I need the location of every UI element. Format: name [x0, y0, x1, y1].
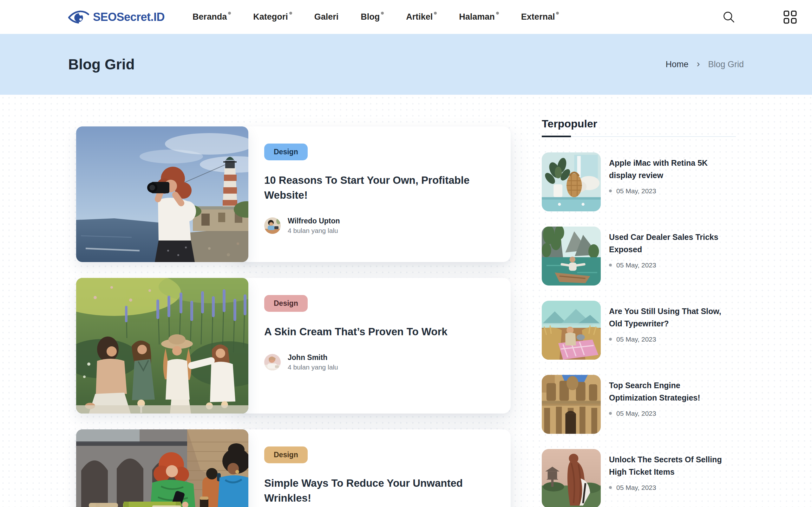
- bullet-dot-icon: [609, 264, 612, 267]
- nav-item-halaman[interactable]: Halaman: [459, 12, 499, 22]
- nav-item-external[interactable]: External: [521, 12, 559, 22]
- popular-thumb-boat-lagoon[interactable]: [542, 227, 601, 285]
- submenu-dot-icon: [434, 12, 437, 14]
- sidebar-popular: Terpopuler: [542, 118, 736, 507]
- post-list: Design 10 Reasons To Start Your Own, Pro…: [76, 126, 511, 507]
- popular-post-meta: 05 May, 2023: [609, 336, 728, 343]
- search-icon[interactable]: [722, 11, 735, 23]
- popular-post-title[interactable]: Top Search Engine Optimization Strategie…: [609, 379, 728, 404]
- popular-post-date: 05 May, 2023: [616, 410, 656, 417]
- post-image-street-cafe[interactable]: [76, 429, 248, 507]
- post-time: 4 bulan yang lalu: [288, 227, 340, 234]
- popular-post-date: 05 May, 2023: [616, 484, 656, 492]
- post-title[interactable]: A Skin Cream That’s Proven To Work: [264, 325, 482, 339]
- site-logo-text: SEOSecret.ID: [93, 10, 165, 24]
- post-card-body: Design 10 Reasons To Start Your Own, Pro…: [240, 126, 511, 262]
- grid-menu-icon[interactable]: [783, 10, 797, 24]
- nav-item-blog[interactable]: Blog: [361, 12, 384, 22]
- post-card: Design 10 Reasons To Start Your Own, Pro…: [76, 126, 511, 262]
- nav-item-artikel[interactable]: Artikel: [406, 12, 437, 22]
- popular-post-text: Apple iMac with Retina 5K display review…: [609, 153, 728, 211]
- popular-post-item: Used Car Dealer Sales Tricks Exposed 05 …: [542, 227, 736, 285]
- site-logo[interactable]: SEOSecret.ID: [68, 9, 165, 25]
- popular-post-title[interactable]: Apple iMac with Retina 5K display review: [609, 157, 728, 181]
- nav-item-galeri[interactable]: Galeri: [314, 12, 339, 22]
- popular-post-text: Unlock The Secrets Of Selling High Ticke…: [609, 449, 728, 507]
- author-meta: John Smith 4 bulan yang lalu: [288, 353, 338, 371]
- post-title[interactable]: Simple Ways To Reduce Your Unwanted Wrin…: [264, 476, 482, 506]
- category-badge[interactable]: Design: [264, 447, 308, 463]
- page-title: Blog Grid: [68, 56, 135, 73]
- popular-post-meta: 05 May, 2023: [609, 187, 728, 195]
- popular-post-item: Top Search Engine Optimization Strategie…: [542, 375, 736, 434]
- popular-thumb-cozy-interior[interactable]: [542, 153, 601, 211]
- popular-post-text: Used Car Dealer Sales Tricks Exposed 05 …: [609, 227, 728, 285]
- popular-post-item: Are You Still Using That Slow, Old Typew…: [542, 301, 736, 360]
- post-image-photographer-lighthouse[interactable]: [76, 126, 248, 262]
- bullet-dot-icon: [609, 189, 612, 192]
- popular-post-item: Unlock The Secrets Of Selling High Ticke…: [542, 449, 736, 507]
- popular-post-date: 05 May, 2023: [616, 187, 656, 195]
- popular-post-meta: 05 May, 2023: [609, 484, 728, 492]
- sidebar-heading: Terpopuler: [542, 118, 736, 130]
- popular-post-item: Apple iMac with Retina 5K display review…: [542, 153, 736, 211]
- popular-thumb-petra-monastery[interactable]: [542, 375, 601, 434]
- popular-post-title[interactable]: Used Car Dealer Sales Tricks Exposed: [609, 231, 728, 256]
- post-time: 4 bulan yang lalu: [288, 363, 338, 371]
- popular-thumb-mountain-picnic[interactable]: [542, 301, 601, 360]
- chevron-right-icon: ›: [697, 59, 700, 70]
- sidebar-heading-divider: [542, 135, 736, 137]
- post-author: Wilfredo Upton 4 bulan yang lalu: [264, 217, 482, 234]
- post-card: Design Simple Ways To Reduce Your Unwant…: [76, 429, 511, 507]
- page-hero: Blog Grid Home › Blog Grid: [0, 34, 812, 95]
- bullet-dot-icon: [609, 338, 612, 341]
- post-title[interactable]: 10 Reasons To Start Your Own, Profitable…: [264, 173, 482, 203]
- bullet-dot-icon: [609, 486, 612, 489]
- popular-post-meta: 05 May, 2023: [609, 410, 728, 417]
- eye-logo-icon: [68, 9, 89, 25]
- nav-item-beranda[interactable]: Beranda: [193, 12, 231, 22]
- author-avatar: [264, 217, 281, 234]
- submenu-dot-icon: [381, 12, 384, 14]
- breadcrumb-home-link[interactable]: Home: [665, 60, 688, 69]
- author-name: John Smith: [288, 353, 338, 362]
- author-avatar: [264, 354, 281, 371]
- street-cafe-illustration: [76, 429, 248, 507]
- category-badge[interactable]: Design: [264, 295, 308, 312]
- header-icons: [722, 10, 803, 24]
- post-image-friends-garden[interactable]: [76, 278, 248, 413]
- submenu-dot-icon: [496, 12, 499, 14]
- main-nav: Beranda Kategori Galeri Blog Artikel Hal…: [193, 12, 559, 22]
- popular-post-title[interactable]: Unlock The Secrets Of Selling High Ticke…: [609, 453, 728, 478]
- author-name: Wilfredo Upton: [288, 217, 340, 225]
- friends-garden-illustration: [76, 278, 248, 413]
- post-card-body: Design A Skin Cream That’s Proven To Wor…: [240, 278, 511, 413]
- post-author: John Smith 4 bulan yang lalu: [264, 353, 482, 371]
- breadcrumb: Home › Blog Grid: [665, 59, 744, 70]
- photographer-lighthouse-illustration: [76, 126, 248, 262]
- popular-post-text: Are You Still Using That Slow, Old Typew…: [609, 301, 728, 360]
- submenu-dot-icon: [228, 12, 231, 14]
- popular-post-text: Top Search Engine Optimization Strategie…: [609, 375, 728, 434]
- nav-item-kategori[interactable]: Kategori: [253, 12, 292, 22]
- blog-grid-page: SEOSecret.ID Beranda Kategori Galeri Blo…: [0, 0, 812, 507]
- popular-post-date: 05 May, 2023: [616, 262, 656, 269]
- submenu-dot-icon: [289, 12, 292, 14]
- popular-post-date: 05 May, 2023: [616, 336, 656, 343]
- bullet-dot-icon: [609, 412, 612, 415]
- site-header: SEOSecret.ID Beranda Kategori Galeri Blo…: [0, 0, 812, 34]
- main-content: Design 10 Reasons To Start Your Own, Pro…: [0, 95, 812, 507]
- post-card-body: Design Simple Ways To Reduce Your Unwant…: [240, 429, 511, 507]
- popular-thumb-woman-field[interactable]: [542, 449, 601, 507]
- submenu-dot-icon: [556, 12, 559, 14]
- author-meta: Wilfredo Upton 4 bulan yang lalu: [288, 217, 340, 234]
- popular-post-title[interactable]: Are You Still Using That Slow, Old Typew…: [609, 305, 728, 330]
- post-card: Design A Skin Cream That’s Proven To Wor…: [76, 278, 511, 413]
- category-badge[interactable]: Design: [264, 144, 308, 160]
- popular-post-meta: 05 May, 2023: [609, 262, 728, 269]
- breadcrumb-current: Blog Grid: [708, 60, 744, 69]
